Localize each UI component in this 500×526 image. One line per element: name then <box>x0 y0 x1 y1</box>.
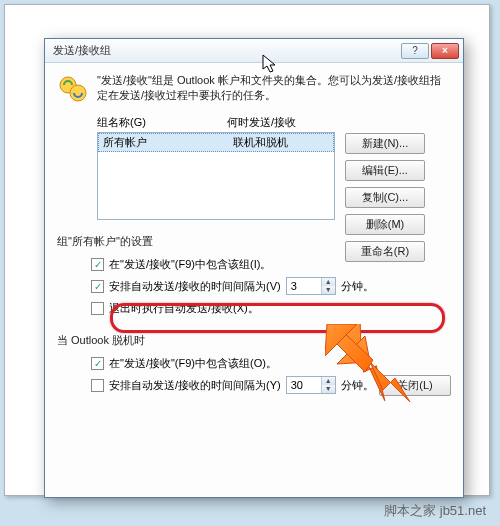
new-button[interactable]: 新建(N)... <box>345 133 425 154</box>
send-receive-icon <box>57 73 89 105</box>
schedule-interval-spinner[interactable]: ▲▼ <box>286 277 336 295</box>
minutes-suffix: 分钟。 <box>341 279 374 294</box>
spinner-down-icon[interactable]: ▼ <box>322 385 335 393</box>
schedule-interval-checkbox[interactable]: ✓ <box>91 280 104 293</box>
copy-button[interactable]: 复制(C)... <box>345 187 425 208</box>
list-item-when: 联机和脱机 <box>229 134 292 151</box>
schedule-interval-label: 安排自动发送/接收的时间间隔为(V) <box>109 279 281 294</box>
offline-heading: 当 Outlook 脱机时 <box>57 333 451 348</box>
titlebar: 发送/接收组 ? × <box>45 39 463 63</box>
edit-button[interactable]: 编辑(E)... <box>345 160 425 181</box>
list-item-name: 所有帐户 <box>99 134 229 151</box>
close-button[interactable]: 关闭(L) <box>379 375 451 396</box>
rename-button[interactable]: 重命名(R) <box>345 241 425 262</box>
minutes-suffix: 分钟。 <box>341 378 374 393</box>
send-on-exit-checkbox[interactable] <box>91 302 104 315</box>
list-item[interactable]: 所有帐户 联机和脱机 <box>98 133 334 152</box>
remove-button[interactable]: 删除(M) <box>345 214 425 235</box>
dialog-title: 发送/接收组 <box>53 43 111 58</box>
spinner-up-icon[interactable]: ▲ <box>322 278 335 286</box>
offline-include-f9-label: 在"发送/接收"(F9)中包含该组(O)。 <box>109 356 277 371</box>
offline-include-f9-checkbox[interactable]: ✓ <box>91 357 104 370</box>
offline-schedule-checkbox[interactable] <box>91 379 104 392</box>
help-button[interactable]: ? <box>401 43 429 59</box>
groups-listbox[interactable]: 所有帐户 联机和脱机 <box>97 132 335 220</box>
intro-text: "发送/接收"组是 Outlook 帐户和文件夹的集合。您可以为发送/接收组指定… <box>97 73 451 105</box>
watermark-text: 脚本之家 jb51.net <box>384 502 486 520</box>
offline-schedule-spinner[interactable]: ▲▼ <box>286 376 336 394</box>
include-in-f9-checkbox[interactable]: ✓ <box>91 258 104 271</box>
column-header-when: 何时发送/接收 <box>227 115 296 130</box>
spinner-up-icon[interactable]: ▲ <box>322 377 335 385</box>
schedule-interval-input[interactable] <box>287 278 321 294</box>
spinner-down-icon[interactable]: ▼ <box>322 286 335 294</box>
send-on-exit-label: 退出时执行自动发送/接收(X)。 <box>109 301 259 316</box>
offline-schedule-label: 安排自动发送/接收的时间间隔为(Y) <box>109 378 281 393</box>
close-window-button[interactable]: × <box>431 43 459 59</box>
offline-schedule-input[interactable] <box>287 377 321 393</box>
include-in-f9-label: 在"发送/接收"(F9)中包含该组(I)。 <box>109 257 271 272</box>
send-receive-groups-dialog: 发送/接收组 ? × "发送/接收"组是 Outlook 帐户和文件夹的集合。您… <box>44 38 464 498</box>
svg-point-1 <box>70 85 86 101</box>
column-header-name: 组名称(G) <box>97 115 227 130</box>
